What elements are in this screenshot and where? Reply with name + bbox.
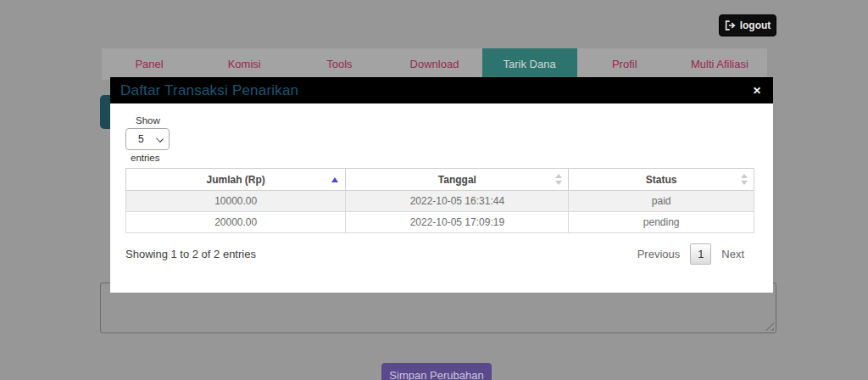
main-nav: Panel Komisi Tools Download Tarik Dana P… [102,48,767,80]
cell-tanggal: 2022-10-05 17:09:19 [346,212,569,233]
entries-per-page-select[interactable]: 5 [125,128,170,150]
sort-both-icon [741,174,748,186]
modal-header: Daftar Transaksi Penarikan ✕ [110,77,773,103]
next-page-button[interactable]: Next [711,248,754,260]
column-header-tanggal[interactable]: Tanggal [346,169,569,191]
logout-button[interactable]: logout [719,14,776,36]
page-number-button[interactable]: 1 [690,243,711,265]
pagination: Previous 1 Next [627,243,754,265]
nav-tab-download[interactable]: Download [387,48,481,80]
show-label: Show [136,115,758,126]
table-info-text: Showing 1 to 2 of 2 entries [125,248,256,260]
entries-label: entries [131,153,758,163]
table-row: 10000.00 2022-10-05 16:31:44 paid [126,191,754,212]
sort-both-icon [555,174,562,186]
chevron-down-icon [156,135,164,142]
cell-jumlah: 20000.00 [126,212,346,233]
table-footer: Showing 1 to 2 of 2 entries Previous 1 N… [125,243,754,265]
save-changes-button[interactable]: Simpan Perubahan [381,363,492,380]
cell-status: paid [569,191,754,212]
entries-per-page-value: 5 [138,133,144,145]
resize-grip-icon[interactable] [765,322,774,331]
sign-out-icon [725,20,736,31]
sort-ascending-icon [331,177,338,182]
table-header-row: Jumlah (Rp) Tanggal Status [126,169,754,191]
nav-tab-panel[interactable]: Panel [102,48,197,80]
cell-status: pending [569,212,754,233]
transactions-table: Jumlah (Rp) Tanggal Status 10000.00 [125,168,754,233]
nav-tab-tarik-dana[interactable]: Tarik Dana [482,48,577,80]
column-header-status[interactable]: Status [569,169,754,191]
modal-body: Show 5 entries Jumlah (Rp) Tanggal [110,103,773,265]
cell-tanggal: 2022-10-05 16:31:44 [346,191,569,212]
close-icon[interactable]: ✕ [753,86,761,96]
previous-page-button[interactable]: Previous [627,248,691,260]
table-row: 20000.00 2022-10-05 17:09:19 pending [126,212,754,233]
column-header-jumlah[interactable]: Jumlah (Rp) [126,169,346,191]
nav-tab-komisi[interactable]: Komisi [197,48,292,80]
modal-title: Daftar Transaksi Penarikan [120,82,298,99]
nav-tab-multi-afiliasi[interactable]: Multi Afiliasi [672,48,767,80]
logout-label: logout [740,20,771,31]
cell-jumlah: 10000.00 [126,191,346,212]
nav-tab-tools[interactable]: Tools [292,48,387,80]
nav-tab-profil[interactable]: Profil [577,48,672,80]
withdrawal-transactions-modal: Daftar Transaksi Penarikan ✕ Show 5 entr… [110,77,773,293]
